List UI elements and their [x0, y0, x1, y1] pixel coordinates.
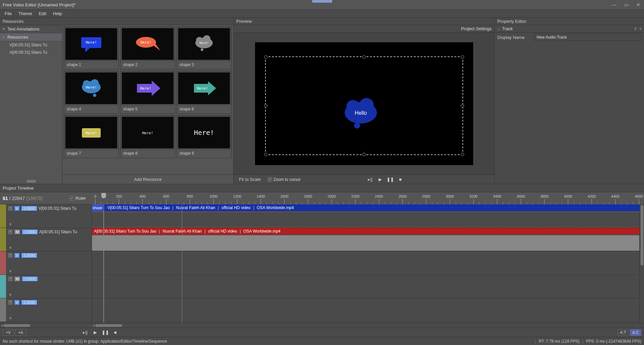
track-opacity[interactable]: 1.0000 — [22, 276, 38, 282]
shape-card-2[interactable]: Here! shape 2 — [120, 27, 175, 69]
tl-pause-icon[interactable]: ❚❚ — [101, 329, 109, 336]
property-section-track[interactable]: ⌄ Track ⇕ x — [495, 25, 644, 33]
mode-at-button[interactable]: A:T — [617, 329, 629, 336]
tl-play-icon[interactable]: ▶ — [91, 329, 99, 336]
track-collapse-icon[interactable]: ⌃ — [8, 253, 13, 258]
playhead-line[interactable] — [103, 204, 104, 323]
shape-card-9[interactable]: Here! shape 9 — [177, 115, 232, 158]
svg-marker-4 — [153, 42, 160, 51]
display-name-input[interactable] — [534, 34, 641, 41]
fit-to-scale-button[interactable]: Fit to Scale — [236, 176, 263, 183]
add-audio-track-button[interactable]: +A — [15, 329, 26, 336]
track-delete-icon[interactable]: x — [8, 221, 13, 226]
video-clip[interactable]: shape V[00:05:31] Sitaro Tum To Sou Jao … — [92, 204, 644, 211]
svg-text:3800: 3800 — [540, 194, 548, 198]
playhead-handle[interactable] — [101, 193, 106, 198]
track-delete-icon[interactable]: x — [8, 268, 13, 273]
shape-card-1[interactable]: Here! shape 1 — [64, 27, 119, 69]
project-settings-link[interactable]: Project Settings — [461, 26, 492, 31]
step-back-icon[interactable]: ▸|| — [366, 176, 374, 183]
menu-help[interactable]: Help — [50, 10, 65, 17]
timeline-hscroll[interactable]: ‹ — [92, 323, 644, 328]
tree-scrollbar[interactable]: ‹› — [0, 179, 62, 184]
add-video-track-button[interactable]: +V — [3, 329, 14, 336]
tree-resources-node[interactable]: − Resources — [0, 33, 62, 41]
expand-icon[interactable]: ⇕ — [634, 27, 637, 31]
shape-card-8[interactable]: Here! shape 8 — [120, 115, 175, 158]
track-opacity[interactable]: 1.0000 — [21, 206, 37, 211]
clip-row-4[interactable] — [92, 298, 644, 322]
track-collapse-icon[interactable]: ⌃ — [8, 300, 13, 305]
clip-row-0[interactable]: shape V[00:05:31] Sitaro Tum To Sou Jao … — [92, 204, 644, 228]
property-editor-panel: Property Editor ⌄ Track ⇕ x Display Name — [495, 18, 644, 184]
shape-card-6[interactable]: Here! shape 6 — [177, 71, 232, 114]
menu-edit[interactable]: Edit — [35, 10, 49, 17]
shape-clip[interactable]: shape — [92, 204, 103, 211]
track-delete-icon[interactable]: x — [8, 245, 13, 250]
stop-icon[interactable]: ■ — [396, 176, 404, 183]
play-icon[interactable]: ▶ — [376, 176, 384, 183]
clip-row-3[interactable] — [92, 275, 644, 298]
track-opacity[interactable]: 1.0000 — [21, 300, 37, 305]
shape-card-4[interactable]: Here! shape 4 — [64, 71, 119, 114]
timeline-ruler[interactable]: 0200400600800100012001400160018002000220… — [92, 192, 644, 204]
shape-card-3[interactable]: Here! shape 3 — [177, 27, 232, 69]
handle-ml[interactable] — [264, 104, 267, 107]
track-delete-icon[interactable]: x — [8, 315, 13, 320]
tl-step-back-icon[interactable]: ▸|| — [81, 329, 89, 336]
mode-ac-button[interactable]: A:C — [630, 329, 641, 336]
menu-file[interactable]: File — [1, 10, 15, 17]
handle-br[interactable] — [461, 153, 464, 156]
add-resource-button[interactable]: Add Resource — [62, 175, 233, 184]
handle-tc[interactable] — [362, 55, 366, 59]
svg-text:400: 400 — [140, 194, 146, 198]
track-head-1[interactable]: ⌃ M 1.0000 A[00:05:31] Sitaro Tu x — [0, 228, 92, 251]
stage-cloud-shape[interactable]: Hello — [339, 96, 386, 133]
track-head-hscroll[interactable]: ‹ — [0, 323, 92, 328]
track-opacity[interactable]: 1.0000 — [22, 229, 38, 235]
preview-stage[interactable]: Hello — [255, 42, 473, 165]
clip-row-1[interactable]: A[00:05:31] Sitaro Tum To Sou Jao ｜ Nusr… — [92, 228, 644, 251]
track-head-2[interactable]: ⌃ V 1.0000 x — [0, 251, 92, 275]
maximize-icon[interactable]: ▭ — [623, 2, 629, 8]
titlebar-grip[interactable] — [312, 0, 332, 3]
resources-header: Resources — [0, 18, 233, 25]
preview-canvas[interactable]: Hello — [234, 33, 494, 175]
shape-card-5[interactable]: Here! shape 5 — [120, 71, 175, 114]
status-message: No such shortcut for mouse stroke: LMB (… — [3, 339, 167, 344]
svg-text:2600: 2600 — [398, 194, 406, 198]
handle-tl[interactable] — [264, 55, 267, 59]
track-opacity[interactable]: 1.0000 — [21, 253, 37, 258]
close-icon[interactable]: ✕ — [635, 2, 641, 8]
track-head-4[interactable]: ⌃ V 1.0000 x — [0, 298, 92, 322]
pause-icon[interactable]: ❚❚ — [386, 176, 394, 183]
tree-text-annotations[interactable]: + Text Annotations — [0, 25, 62, 33]
svg-text:Here!: Here! — [140, 40, 151, 45]
tl-stop-icon[interactable]: ■ — [111, 329, 119, 336]
handle-bl[interactable] — [264, 153, 267, 156]
zoom-cursor-checkbox[interactable]: ✓ — [267, 177, 272, 182]
track-head-3[interactable]: ⌃ M 1.0000 x — [0, 275, 92, 298]
timeline-vscroll[interactable] — [639, 204, 644, 323]
minimize-icon[interactable]: — — [611, 2, 617, 8]
tree-child-video[interactable]: V[00:05:31] Sitaro Tu — [0, 41, 62, 49]
handle-tr[interactable] — [461, 55, 464, 59]
clip-row-2[interactable] — [92, 251, 644, 275]
ruler-checkbox[interactable]: ✓ — [69, 196, 74, 201]
tree-child-audio[interactable]: A[00:05:31] Sitaro Tu — [0, 49, 62, 56]
handle-bc[interactable] — [362, 153, 366, 156]
menu-theme[interactable]: Theme — [15, 10, 35, 17]
track-collapse-icon[interactable]: ⌃ — [8, 206, 13, 211]
shape-card-7[interactable]: Here! shape 7 — [64, 115, 119, 158]
track-delete-icon[interactable]: x — [8, 292, 13, 297]
close-section-icon[interactable]: x — [640, 27, 642, 31]
svg-text:2000: 2000 — [328, 194, 336, 198]
track-collapse-icon[interactable]: ⌃ — [8, 230, 13, 234]
track-head-0[interactable]: ⌃ V 1.0000 V[00:05:31] Sitaro Tu x — [0, 204, 92, 228]
window-title: Free Video Editor [Unnamed Project]* — [3, 2, 76, 7]
audio-clip[interactable]: A[00:05:31] Sitaro Tum To Sou Jao ｜ Nusr… — [92, 228, 644, 235]
svg-text:1800: 1800 — [304, 194, 312, 198]
track-collapse-icon[interactable]: ⌃ — [8, 277, 13, 281]
handle-mr[interactable] — [461, 104, 464, 107]
svg-text:4600: 4600 — [635, 194, 643, 198]
